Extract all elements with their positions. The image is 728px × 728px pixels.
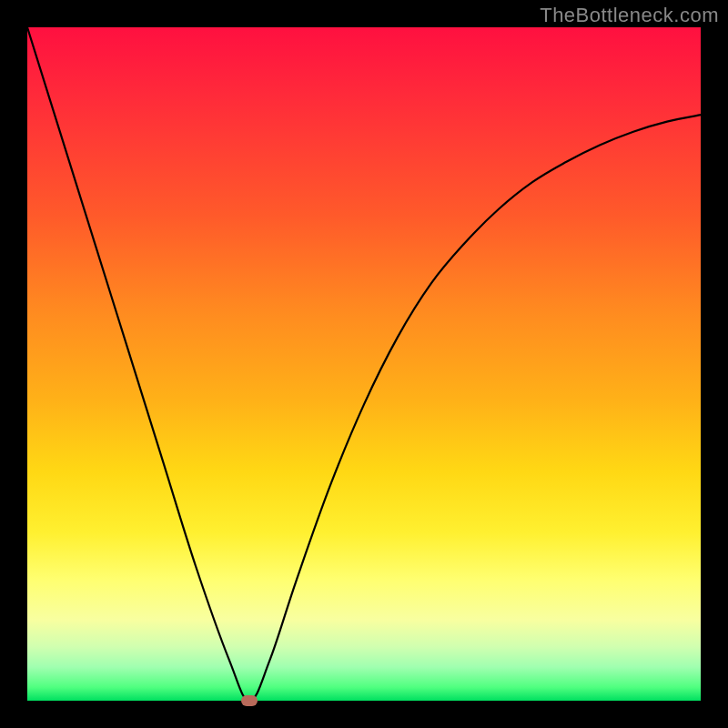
curve-path — [27, 27, 701, 701]
chart-frame: TheBottleneck.com — [0, 0, 728, 728]
watermark-text: TheBottleneck.com — [540, 4, 719, 27]
bottleneck-curve — [27, 27, 701, 701]
minimum-marker — [241, 695, 258, 706]
plot-area — [27, 27, 701, 701]
